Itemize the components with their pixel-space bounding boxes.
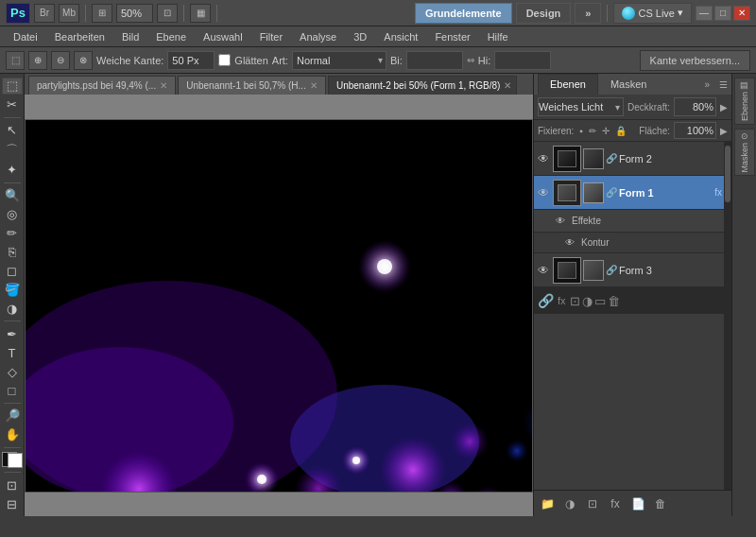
tab-unbenannt2[interactable]: Unbenannt-2 bei 50% (Form 1, RGB/8) ✕ [328, 76, 517, 95]
layer-vis-form2[interactable]: 👁 [536, 151, 551, 166]
lock-image-icon[interactable]: ✏ [587, 125, 598, 137]
menu-auswahl[interactable]: Auswahl [196, 27, 250, 46]
bi-input[interactable] [406, 51, 463, 70]
eraser-tool[interactable]: ◻ [2, 262, 23, 279]
move-tool[interactable]: ↖ [2, 122, 23, 139]
far-right-masken[interactable]: ⊙ Masken [734, 129, 755, 176]
mask-mode[interactable]: ⊡ [2, 476, 23, 494]
new-layer-icon[interactable]: 📄 [628, 494, 647, 513]
inter-icon[interactable]: ⊗ [74, 51, 93, 70]
layer-form3[interactable]: 👁 🔗 Form 3 [534, 253, 724, 287]
layers-scroll-thumb[interactable] [725, 146, 730, 202]
menu-hilfe[interactable]: Hilfe [480, 27, 516, 46]
flaeche-input[interactable] [674, 122, 716, 139]
background-color[interactable] [8, 453, 23, 468]
far-right-ebenen[interactable]: ▤ Ebenen [734, 78, 755, 125]
flaeche-more-btn[interactable]: ▶ [720, 126, 728, 136]
text-tool[interactable]: T [2, 344, 23, 361]
kante-verbessern-button[interactable]: Kante verbessern... [640, 50, 750, 71]
layer-adj-bottom-icon[interactable]: ◑ [582, 294, 593, 308]
brush-tool[interactable]: ✏ [2, 225, 23, 242]
menu-bearbeiten[interactable]: Bearbeiten [47, 27, 112, 46]
lock-position-icon[interactable]: ✛ [600, 125, 611, 137]
magic-wand-tool[interactable]: ✦ [2, 162, 23, 179]
layer-vis-form3[interactable]: 👁 [536, 263, 551, 278]
menu-bild[interactable]: Bild [114, 27, 146, 46]
path-tool[interactable]: ◇ [2, 363, 23, 380]
tab-close-1[interactable]: ✕ [160, 80, 167, 91]
blend-mode-select[interactable]: Weiches Licht Normal Multiplizieren [538, 97, 624, 116]
spot-heal-tool[interactable]: ◎ [2, 206, 23, 223]
layer-mask-bottom-icon[interactable]: ⊡ [570, 294, 580, 308]
more-workspaces-button[interactable]: » [575, 3, 601, 24]
new-group-icon[interactable]: 📁 [538, 494, 557, 513]
hand-tool[interactable]: ✋ [2, 426, 23, 443]
menu-filter[interactable]: Filter [252, 27, 290, 46]
panel-menu-btn[interactable]: ☰ [715, 79, 731, 90]
panel-expand-btn[interactable]: » [700, 79, 713, 90]
art-select[interactable]: NormalHinzufügenSubtrahieren [292, 51, 387, 70]
dodge-tool[interactable]: ◑ [2, 300, 23, 317]
view-icon[interactable]: ⊞ [92, 4, 112, 23]
layout-icon[interactable]: ▦ [190, 4, 211, 23]
tab-close-2[interactable]: ✕ [310, 80, 318, 91]
maximize-button[interactable]: □ [714, 6, 731, 21]
lock-transparent-icon[interactable]: ▪ [577, 125, 585, 137]
new-adjustment-icon[interactable]: ◑ [560, 494, 579, 513]
hi-input[interactable] [494, 51, 551, 70]
layer-vis-effekte[interactable]: 👁 [553, 214, 568, 229]
layer-effekte[interactable]: 👁 Effekte [534, 210, 724, 233]
weiche-kante-input[interactable] [167, 51, 215, 70]
marquee-icon[interactable]: ⬚ [6, 51, 25, 70]
panel-tab-ebenen[interactable]: Ebenen [538, 74, 598, 95]
design-button[interactable]: Design [516, 3, 572, 24]
layers-scrollbar[interactable] [724, 142, 731, 490]
color-swatches[interactable] [2, 452, 23, 469]
delete-layer-icon[interactable]: 🗑 [651, 494, 670, 513]
tab-partylights[interactable]: partylights.psd bei 49,4% (... ✕ [28, 76, 176, 95]
menu-3d[interactable]: 3D [346, 27, 374, 46]
layer-group-bottom-icon[interactable]: ▭ [594, 294, 606, 308]
layer-form1[interactable]: 👁 🔗 Form 1 fx [534, 176, 724, 210]
layer-vis-kontur[interactable]: 👁 [562, 235, 577, 251]
layer-vis-form1[interactable]: 👁 [536, 185, 551, 200]
selection-tool[interactable]: ⬚ [2, 78, 23, 95]
menu-analyse[interactable]: Analyse [292, 27, 344, 46]
zoom-tool[interactable]: 🔎 [2, 407, 23, 424]
zoom-select[interactable]: 50%25%100% [116, 4, 153, 23]
menu-ansicht[interactable]: Ansicht [376, 27, 425, 46]
bridge-icon[interactable]: Br [34, 4, 55, 23]
add-layer-style-icon[interactable]: fx [606, 494, 625, 513]
sub-icon[interactable]: ⊖ [51, 51, 70, 70]
lasso-tool[interactable]: ⌒ [2, 141, 23, 160]
layer-fx-form1[interactable]: fx [714, 187, 722, 198]
screen-mode[interactable]: ⊟ [2, 495, 23, 512]
menu-ebene[interactable]: Ebene [148, 27, 194, 46]
layer-kontur[interactable]: 👁 Kontur [534, 233, 724, 253]
glatten-checkbox[interactable] [218, 54, 231, 66]
tab-unbenannt1[interactable]: Unbenannt-1 bei 50,7% (H... ✕ [178, 76, 326, 95]
extra-view-icon[interactable]: ⊡ [157, 4, 178, 23]
menu-datei[interactable]: Datei [6, 27, 45, 46]
close-button[interactable]: ✕ [733, 6, 750, 21]
layer-fx-bottom-icon[interactable]: fx [556, 295, 568, 306]
add-icon[interactable]: ⊕ [28, 51, 47, 70]
panel-tab-masken[interactable]: Masken [598, 74, 660, 95]
pen-tool[interactable]: ✒ [2, 325, 23, 342]
shape-tool[interactable]: □ [2, 382, 23, 399]
crop-tool[interactable]: ✂ [2, 96, 23, 113]
paint-bucket-tool[interactable]: 🪣 [2, 281, 23, 298]
grundelemente-button[interactable]: Grundelemente [415, 3, 512, 24]
eyedropper-tool[interactable]: 🔍 [2, 187, 23, 204]
mini-bridge-icon[interactable]: Mb [59, 4, 79, 23]
lock-all-icon[interactable]: 🔒 [613, 125, 628, 137]
add-mask-icon[interactable]: ⊡ [583, 494, 602, 513]
tab-close-3[interactable]: ✕ [504, 80, 511, 91]
menu-fenster[interactable]: Fenster [427, 27, 477, 46]
clone-tool[interactable]: ⎘ [2, 243, 23, 260]
opacity-more-btn[interactable]: ▶ [720, 102, 728, 113]
layer-link-bottom-icon[interactable]: 🔗 [538, 293, 554, 308]
layer-delete-bottom-icon[interactable]: 🗑 [608, 294, 620, 308]
opacity-input[interactable] [674, 97, 716, 116]
cs-live-button[interactable]: CS Live ▾ [613, 3, 692, 24]
